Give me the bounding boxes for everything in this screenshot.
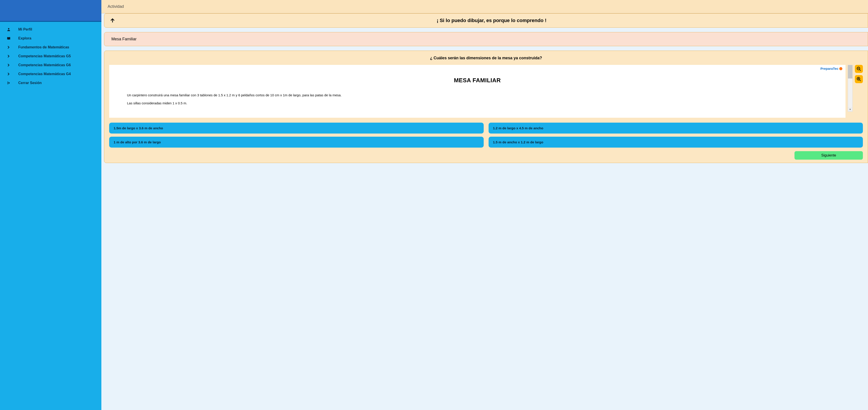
answer-grid: 1.5m de largo x 3.6 m de ancho 1.2 m de … [109, 123, 863, 148]
sidebar-item-label: Competencias Matemàticas G6 [18, 63, 71, 67]
sidebar-item-explore[interactable]: Explora [0, 34, 101, 43]
sidebar-nav: Mi Perfil Explora Fundamentos de Matemát… [0, 22, 101, 90]
sidebar: Mi Perfil Explora Fundamentos de Matemát… [0, 0, 101, 410]
document-paragraph-1: Un carpintero construirá una mesa famili… [127, 93, 828, 98]
sidebar-item-label: Cerrar Sesión [18, 81, 42, 85]
activity-title: ¡ Si lo puedo dibujar, es porque lo comp… [121, 18, 862, 23]
activity-header-card: ¡ Si lo puedo dibujar, es porque lo comp… [104, 13, 868, 28]
sidebar-item-label: Competencias Matemàticas G5 [18, 54, 71, 58]
next-button[interactable]: Siguiente [795, 151, 863, 159]
answer-option-2[interactable]: 1.2 m de largo x 4.5 m de ancho [489, 123, 863, 134]
user-icon [7, 27, 11, 31]
sidebar-item-label: Competencias Matemàticas G4 [18, 72, 71, 76]
brand-dot-icon [839, 67, 842, 70]
subject-title: Mesa Familiar [112, 37, 136, 41]
document-heading: MESA FAMILIAR [127, 77, 828, 84]
sidebar-item-fundamentos[interactable]: Fundamentos de Matemáticas [0, 43, 101, 52]
content: ¡ Si lo puedo dibujar, es porque lo comp… [101, 13, 868, 167]
chevron-right-icon [7, 46, 11, 49]
chevron-right-icon [7, 54, 11, 58]
subject-card: Mesa Familiar [104, 32, 868, 46]
brand-label: PreparaTec [820, 67, 842, 70]
main: Actividad ¡ Si lo puedo dibujar, es porq… [101, 0, 868, 410]
svg-line-2 [860, 69, 861, 71]
question-card: ¿ Cuáles serán las dimensiones de la mes… [104, 51, 868, 163]
brand-text: PreparaTec [820, 67, 838, 70]
topbar-title: Actividad [107, 4, 124, 9]
next-row: Siguiente [109, 151, 863, 159]
answer-option-3[interactable]: 1 m de alto por 3.6 m de largo [109, 137, 484, 148]
sidebar-item-label: Explora [18, 36, 31, 40]
svg-line-5 [860, 80, 861, 81]
answer-option-1[interactable]: 1.5m de largo x 3.6 m de ancho [109, 123, 484, 134]
logout-icon [7, 81, 11, 85]
zoom-out-icon [857, 66, 861, 71]
answer-option-4[interactable]: 1.5 m de ancho x 1.2 m de largo [489, 137, 863, 148]
zoom-out-button[interactable] [855, 65, 863, 73]
sidebar-item-label: Mi Perfil [18, 27, 32, 31]
document-scrollbar[interactable]: ▾ [848, 65, 852, 112]
topbar: Actividad [101, 0, 868, 13]
sidebar-item-competencias-g6[interactable]: Competencias Matemàticas G6 [0, 61, 101, 69]
scrollbar-down-icon[interactable]: ▾ [848, 107, 852, 112]
chevron-right-icon [7, 63, 11, 67]
sidebar-item-profile[interactable]: Mi Perfil [0, 25, 101, 34]
zoom-controls [855, 65, 863, 83]
document-viewer-row: PreparaTec MESA FAMILIAR Un carpintero c… [109, 65, 863, 118]
sidebar-item-label: Fundamentos de Matemáticas [18, 45, 69, 49]
scrollbar-thumb[interactable] [848, 65, 852, 79]
svg-point-0 [8, 28, 9, 29]
zoom-in-icon [857, 77, 861, 82]
sidebar-item-logout[interactable]: Cerrar Sesión [0, 79, 101, 87]
arrow-up-icon [110, 18, 115, 23]
chevron-right-icon [7, 72, 11, 76]
document-viewer: PreparaTec MESA FAMILIAR Un carpintero c… [109, 65, 845, 118]
zoom-in-button[interactable] [855, 75, 863, 83]
sidebar-item-competencias-g4[interactable]: Competencias Matemàticas G4 [0, 69, 101, 79]
back-button[interactable] [110, 18, 115, 23]
book-icon [7, 36, 11, 40]
question-text: ¿ Cuáles serán las dimensiones de la mes… [109, 56, 863, 60]
sidebar-header [0, 0, 101, 22]
document-paragraph-2: Las sillas consideradas miden 1 x 0.5 m. [127, 101, 828, 106]
sidebar-item-competencias-g5[interactable]: Competencias Matemàticas G5 [0, 52, 101, 61]
